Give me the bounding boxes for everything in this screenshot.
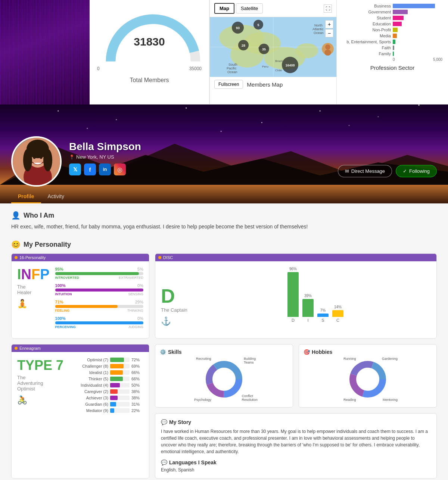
disc-icon: ⚓: [161, 317, 195, 326]
svg-point-33: [186, 107, 187, 109]
map-tab-map[interactable]: Map: [214, 3, 234, 14]
disc-bar-wrap: 39% I: [302, 294, 314, 322]
disc-bar-wrap: 14% C: [332, 305, 343, 322]
trait-row: 95% 5% INTROVERTED EXTRAVERTED: [55, 267, 143, 280]
svg-point-56: [213, 368, 235, 390]
direct-message-button[interactable]: ✉ Direct Message: [338, 165, 392, 177]
facebook-icon[interactable]: f: [84, 163, 96, 175]
profession-label: Family: [342, 52, 391, 56]
skills-card: ⚙️ Skills: [155, 344, 293, 408]
profession-bar-fill: [393, 22, 402, 26]
profession-bar-fill: [393, 34, 397, 38]
hobbies-card: 🎯 Hobbies Running: [299, 344, 437, 408]
disc-card: DISC D The Captain ⚓ 96% D 39% I: [155, 253, 437, 339]
svg-text:Atlantic: Atlantic: [312, 27, 324, 31]
infp-label: TheHealer: [17, 284, 50, 295]
profession-title: Profession Sector: [342, 65, 442, 71]
disc-header: DISC: [163, 255, 173, 260]
languages-icon: 💬: [161, 459, 167, 465]
hobbies-icon: 🎯: [304, 349, 310, 355]
activity-tab[interactable]: Activity: [41, 190, 71, 203]
svg-point-31: [57, 110, 59, 112]
svg-text:Peru: Peru: [262, 65, 268, 68]
svg-point-29: [325, 44, 330, 50]
profession-label: Media: [342, 34, 391, 38]
gauge-title: Total Members: [130, 77, 169, 84]
enneagram-bar-row: Guardian (6) 31%: [69, 402, 143, 406]
gauge-value: 31830: [134, 35, 165, 48]
infp-icon: 🧘: [17, 299, 50, 309]
infp-f: F: [31, 267, 40, 282]
svg-point-61: [357, 368, 379, 390]
profession-label: Business: [342, 4, 391, 8]
disc-bar-wrap: 96% D: [287, 267, 299, 322]
enneagram-bar-row: Challenger (8) 69%: [69, 364, 143, 368]
linkedin-icon[interactable]: in: [99, 163, 111, 175]
profession-bar-fill: [393, 4, 435, 8]
profession-bar-row: Government: [342, 10, 442, 14]
profession-label: Student: [342, 16, 391, 20]
profession-bar-row: Education: [342, 22, 442, 26]
fullscreen-button[interactable]: Fullscreen: [214, 80, 243, 89]
enneagram-bar-row: Caregiver (2) 38%: [69, 389, 143, 394]
message-icon: ✉: [345, 168, 349, 174]
svg-point-39: [221, 131, 222, 132]
svg-text:South: South: [228, 63, 237, 66]
profession-bar-row: Non-Profit: [342, 28, 442, 32]
svg-text:16408: 16408: [285, 63, 295, 67]
profession-bar-fill: [393, 46, 394, 50]
enneagram-type: TYPE 7: [17, 358, 63, 373]
skills-label-conflict: ConflictResolution: [242, 394, 258, 402]
trait-row: 71% 29% FEELING THINKING: [55, 300, 143, 312]
story-icon: 💬: [161, 419, 167, 425]
enneagram-card: Enneagram TYPE 7 TheAdventuringOptimist …: [11, 344, 149, 479]
svg-text:5: 5: [257, 23, 259, 27]
story-card: 💬 My Story I have worked in Human Resour…: [155, 413, 437, 479]
twitter-icon[interactable]: 𝕏: [69, 163, 81, 175]
map-zoom-out[interactable]: −: [325, 29, 333, 37]
enneagram-bar-row: Achiever (3) 38%: [69, 396, 143, 400]
profile-tab[interactable]: Profile: [11, 190, 41, 203]
who-i-am-title: Who I Am: [24, 212, 54, 219]
disc-bar-wrap: 7% S: [317, 308, 329, 322]
profession-bar-row: b, Entertainment, Sports: [342, 40, 442, 44]
infp-header: 16-Personality: [19, 255, 46, 260]
infp-n: N: [21, 267, 31, 282]
profession-bar-row: Business: [342, 4, 442, 8]
profile-name: Bella Simpson: [69, 141, 141, 153]
enneagram-bar-row: Thinker (5) 66%: [69, 377, 143, 381]
map-tab-satellite[interactable]: Satellite: [236, 3, 263, 13]
enneagram-bar-row: Optimist (7) 72%: [69, 358, 143, 362]
svg-point-38: [87, 128, 88, 129]
profession-bar-row: Student: [342, 16, 442, 20]
hobbies-label-gardening: Gardening: [382, 357, 398, 361]
profession-bar-fill: [393, 52, 394, 56]
trait-row: 100% 0% PERCEIVING JUDGING: [55, 316, 143, 329]
profession-axis-min: 0: [393, 57, 395, 62]
check-icon: ✓: [403, 168, 407, 174]
following-button[interactable]: ✓ Following: [396, 165, 437, 177]
map-expand-icon[interactable]: ⛶: [324, 4, 332, 13]
svg-point-50: [23, 149, 32, 171]
profile-location: New York, NY US: [76, 154, 114, 160]
enneagram-bar-row: Idealist (1) 66%: [69, 370, 143, 375]
profession-label: Faith: [342, 46, 391, 50]
who-i-am-icon: 👤: [11, 211, 21, 220]
instagram-icon[interactable]: ◎: [114, 163, 126, 175]
skills-icon: ⚙️: [160, 349, 166, 355]
location-pin-icon: 📍: [69, 155, 75, 160]
profession-bar-fill: [393, 40, 395, 44]
map-zoom-in[interactable]: +: [325, 20, 333, 28]
svg-point-36: [377, 116, 379, 117]
enneagram-header: Enneagram: [19, 346, 41, 350]
svg-point-37: [419, 105, 420, 106]
svg-point-32: [116, 119, 117, 120]
enneagram-bar-row: Individualist (4) 50%: [69, 383, 143, 387]
infp-p: P: [40, 267, 49, 282]
svg-point-40: [349, 125, 350, 126]
hobbies-label-reading: Reading: [343, 398, 356, 402]
infp-card: 16-Personality INFP TheHealer 🧘 95%: [11, 253, 149, 339]
enneagram-bar-row: Mediator (9) 22%: [69, 408, 143, 413]
who-i-am-text: HR exec, wife, mother, friend, fur baby …: [11, 223, 437, 231]
profession-bar-row: Faith: [342, 46, 442, 50]
